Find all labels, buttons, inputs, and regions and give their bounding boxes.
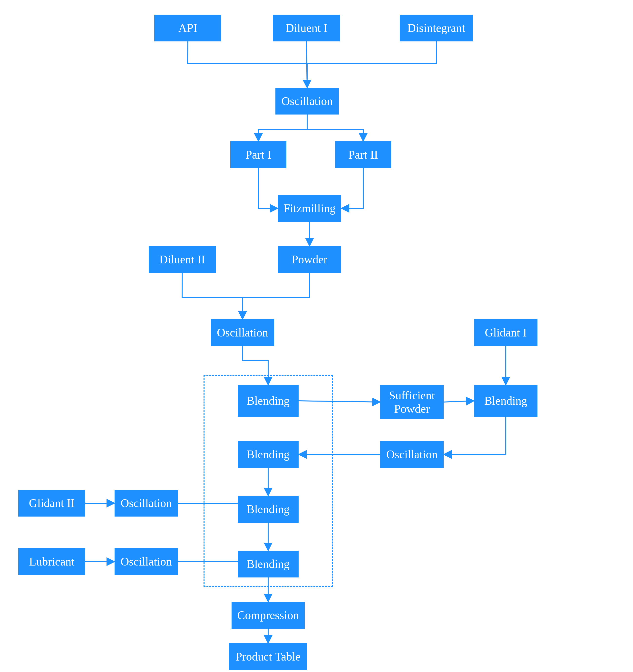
edge-powder-to-osc2 <box>242 273 309 319</box>
flowchart-canvas: APIDiluent IDisintegrantOscillationPart … <box>0 0 633 672</box>
node-osc3: Oscillation <box>380 441 444 468</box>
node-osc_lub: Oscillation <box>115 548 178 575</box>
edge-diluent2-to-osc2 <box>182 273 242 319</box>
node-api: API <box>154 15 221 42</box>
node-part2: Part II <box>335 141 391 168</box>
node-osc_g2: Oscillation <box>115 490 178 517</box>
node-product: Product Table <box>229 643 307 670</box>
edge-part2-to-fitz <box>341 168 363 208</box>
node-blend_g1: Blending <box>474 385 537 417</box>
node-osc1: Oscillation <box>276 88 339 115</box>
node-osc2: Oscillation <box>211 319 274 346</box>
node-blend1: Blending <box>238 385 299 417</box>
edge-diluent1-to-osc1 <box>307 42 307 88</box>
node-compression: Compression <box>232 602 305 629</box>
edge-part1-to-fitz <box>258 168 278 208</box>
node-diluent1: Diluent I <box>273 15 340 42</box>
edge-osc1-to-part1 <box>258 115 307 141</box>
edge-blend_g1-to-osc3 <box>444 417 506 454</box>
node-lubricant: Lubricant <box>18 548 85 575</box>
node-glidant2: Glidant II <box>18 490 85 517</box>
node-suffpowder: Sufficient Powder <box>380 385 444 419</box>
node-powder: Powder <box>278 246 341 273</box>
node-disintegrant: Disintegrant <box>400 15 473 42</box>
edge-api-to-osc1 <box>188 42 307 88</box>
node-fitz: Fitzmilling <box>278 195 341 222</box>
node-part1: Part I <box>230 141 286 168</box>
node-diluent2: Diluent II <box>149 246 216 273</box>
node-glidant1: Glidant I <box>474 319 537 346</box>
node-blend3: Blending <box>238 496 299 523</box>
node-blend4: Blending <box>238 551 299 577</box>
edge-osc1-to-part2 <box>307 115 363 141</box>
edge-disintegrant-to-osc1 <box>307 42 436 88</box>
node-blend2: Blending <box>238 441 299 468</box>
edge-suffpowder-to-blend_g1 <box>444 401 474 402</box>
